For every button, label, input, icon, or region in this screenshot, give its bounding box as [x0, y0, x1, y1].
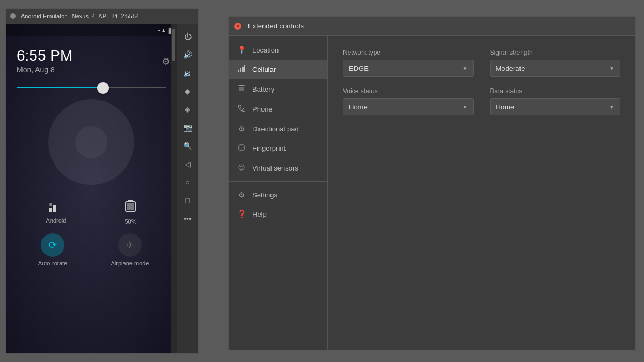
sidebar-item-phone[interactable]: Phone: [229, 99, 327, 119]
close-button[interactable]: ✕: [234, 23, 241, 30]
sidebar-settings-label: Settings: [252, 191, 277, 199]
sidebar-item-fingerprint[interactable]: Fingerprint: [229, 138, 327, 158]
svg-rect-7: [240, 68, 241, 72]
svg-text:E: E: [49, 202, 52, 207]
extended-body: 📍 Location Cellular: [229, 36, 635, 350]
network-type-select[interactable]: EDGE ▼: [343, 60, 474, 77]
android-time: 6:55 PM: [6, 36, 177, 65]
toolbar-diamond1-btn[interactable]: ◆: [179, 83, 196, 100]
virtual-sensors-icon: [237, 164, 246, 173]
data-status-group: Data status Home ▼: [490, 87, 621, 115]
brightness-thumb[interactable]: [97, 82, 109, 94]
voice-status-group: Voice status Home ▼: [343, 87, 474, 115]
toolbar-home-btn[interactable]: ○: [179, 174, 196, 191]
svg-rect-8: [242, 67, 244, 72]
sidebar-item-location[interactable]: 📍 Location: [229, 40, 327, 60]
network-type-group: Network type EDGE ▼: [343, 49, 474, 77]
sidebar-fingerprint-label: Fingerprint: [252, 144, 286, 152]
extended-controls-window: ✕ Extended controls 📍 Location Cellular: [228, 16, 636, 350]
cellular-icon: [237, 65, 246, 74]
battery-item: 50%: [125, 200, 136, 225]
titlebar-dot: [10, 13, 16, 19]
toolbar-square-btn[interactable]: □: [179, 192, 196, 209]
network-type-label: Network type: [343, 49, 474, 56]
svg-rect-6: [238, 70, 239, 72]
toolbar-vol-up-btn[interactable]: 🔊: [179, 46, 196, 63]
sidebar-location-label: Location: [252, 46, 279, 54]
ext-sidebar: 📍 Location Cellular: [229, 36, 328, 350]
toolbar-power-btn[interactable]: ⏻: [179, 28, 196, 45]
quick-settings-grid: ⟳ Auto-rotate ✈ Airplane mode: [6, 233, 177, 267]
autorotate-label: Auto-rotate: [38, 260, 67, 267]
signal-android-label: Android: [46, 217, 67, 224]
fingerprint-icon: [237, 144, 246, 153]
voice-status-value: Home: [349, 103, 368, 111]
emulator-scrollbar[interactable]: [171, 24, 177, 353]
help-icon: ❓: [237, 210, 246, 218]
data-status-arrow-icon: ▼: [609, 104, 614, 110]
toolbar-vol-down-btn[interactable]: 🔉: [179, 64, 196, 82]
signal-strength-group: Signal strength Moderate ▼: [490, 49, 621, 77]
airplane-item[interactable]: ✈ Airplane mode: [94, 233, 166, 267]
sidebar-item-settings[interactable]: ⚙ Settings: [229, 185, 327, 204]
ext-content: Network type EDGE ▼ Signal strength Mode…: [328, 36, 635, 350]
svg-rect-9: [244, 65, 245, 72]
extended-title: Extended controls: [248, 22, 304, 30]
signal-item-android: E Android: [46, 200, 67, 225]
status-signal-icon: E▲: [157, 27, 166, 33]
signal-strength-arrow-icon: ▼: [609, 65, 614, 71]
sidebar-dpad-label: Directional pad: [252, 125, 299, 133]
android-screen: E▲ ▓ 6:55 PM Mon, Aug 8 ⚙: [6, 24, 177, 353]
svg-point-14: [240, 146, 243, 149]
brightness-slider-container: [17, 87, 166, 88]
data-status-select[interactable]: Home ▼: [490, 98, 621, 115]
voice-status-label: Voice status: [343, 87, 474, 95]
settings-gear-icon[interactable]: ⚙: [162, 56, 170, 68]
sidebar-item-cellular[interactable]: Cellular: [229, 60, 327, 79]
brightness-track[interactable]: [17, 87, 166, 88]
android-date: Mon, Aug 8: [6, 65, 177, 83]
sidebar-item-battery[interactable]: Battery: [229, 79, 327, 99]
signal-battery-area: E Android 50%: [6, 196, 177, 229]
signal-bars-icon: E: [49, 200, 62, 215]
android-screen-inner: E▲ ▓ 6:55 PM Mon, Aug 8 ⚙: [6, 24, 177, 353]
toolbar-more-btn[interactable]: •••: [179, 210, 196, 227]
sidebar-item-help[interactable]: ❓ Help: [229, 204, 327, 224]
extended-titlebar: ✕ Extended controls: [229, 17, 635, 36]
location-icon: 📍: [237, 46, 246, 54]
circle-menu[interactable]: [48, 99, 134, 185]
toolbar-camera-btn[interactable]: 📷: [179, 119, 196, 136]
emulator-toolbar: ⏻ 🔊 🔉 ◆ ◈ 📷 🔍 ◁ ○ □ •••: [177, 24, 198, 353]
autorotate-icon[interactable]: ⟳: [41, 233, 64, 257]
airplane-label: Airplane mode: [111, 260, 149, 267]
emulator-body: E▲ ▓ 6:55 PM Mon, Aug 8 ⚙: [6, 24, 198, 353]
signal-strength-label: Signal strength: [490, 49, 621, 56]
circle-center: [75, 126, 107, 158]
sidebar-item-virtual-sensors[interactable]: Virtual sensors: [229, 158, 327, 178]
airplane-icon[interactable]: ✈: [118, 233, 142, 257]
battery-icon: [125, 200, 136, 216]
sidebar-help-label: Help: [252, 210, 267, 218]
data-status-value: Home: [496, 103, 515, 111]
signal-strength-value: Moderate: [496, 64, 525, 72]
toolbar-back-btn[interactable]: ◁: [179, 156, 196, 173]
autorotate-item[interactable]: ⟳ Auto-rotate: [17, 233, 89, 267]
scrollbar-thumb[interactable]: [172, 29, 175, 61]
voice-status-arrow-icon: ▼: [463, 104, 468, 110]
signal-strength-select[interactable]: Moderate ▼: [490, 60, 621, 77]
battery-sidebar-icon: [237, 85, 246, 94]
network-type-value: EDGE: [349, 64, 369, 72]
sidebar-item-dpad[interactable]: ⚙ Directional pad: [229, 119, 327, 138]
dpad-icon: ⚙: [237, 124, 246, 133]
toolbar-zoom-btn[interactable]: 🔍: [179, 137, 196, 154]
android-statusbar: E▲ ▓: [6, 24, 177, 36]
sidebar-virtual-sensors-label: Virtual sensors: [252, 164, 298, 172]
battery-label: 50%: [125, 218, 136, 225]
toolbar-diamond2-btn[interactable]: ◈: [179, 101, 196, 118]
voice-status-select[interactable]: Home ▼: [343, 98, 474, 115]
sidebar-battery-label: Battery: [252, 85, 274, 93]
sidebar-divider: [229, 181, 327, 182]
svg-rect-0: [49, 208, 52, 212]
sidebar-phone-label: Phone: [252, 105, 273, 113]
emulator-titlebar: Android Emulator - Nexus_4_API_24_2:5554: [6, 9, 198, 24]
